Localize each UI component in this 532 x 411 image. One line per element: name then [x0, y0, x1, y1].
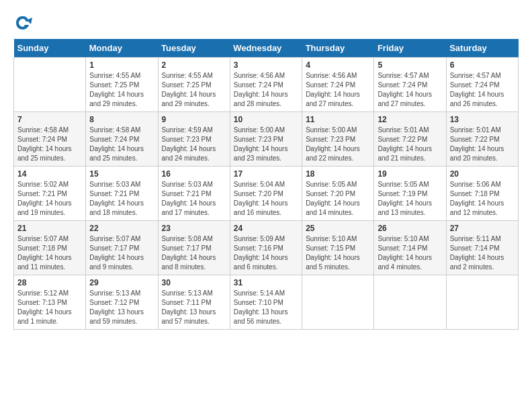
day-header-sunday: Sunday	[14, 39, 86, 58]
calendar-cell: 31Sunrise: 5:14 AM Sunset: 7:10 PM Dayli…	[230, 275, 302, 330]
logo-icon	[13, 13, 32, 32]
calendar-cell: 16Sunrise: 5:03 AM Sunset: 7:21 PM Dayli…	[158, 167, 230, 221]
cell-content: Sunrise: 5:07 AM Sunset: 7:17 PM Dayligh…	[89, 234, 154, 272]
cell-content: Sunrise: 5:03 AM Sunset: 7:21 PM Dayligh…	[162, 180, 226, 218]
cell-content: Sunrise: 5:11 AM Sunset: 7:14 PM Dayligh…	[450, 234, 515, 272]
day-number: 2	[162, 60, 226, 70]
day-number: 31	[234, 278, 298, 287]
cell-content: Sunrise: 5:00 AM Sunset: 7:23 PM Dayligh…	[234, 126, 298, 163]
cell-content: Sunrise: 4:57 AM Sunset: 7:24 PM Dayligh…	[378, 71, 442, 109]
cell-content: Sunrise: 5:09 AM Sunset: 7:16 PM Dayligh…	[234, 234, 298, 272]
calendar-cell: 17Sunrise: 5:04 AM Sunset: 7:20 PM Dayli…	[230, 167, 302, 221]
day-header-friday: Friday	[374, 39, 446, 58]
calendar-cell: 3Sunrise: 4:56 AM Sunset: 7:24 PM Daylig…	[230, 58, 302, 112]
cell-content: Sunrise: 5:05 AM Sunset: 7:20 PM Dayligh…	[306, 180, 370, 218]
calendar-cell: 10Sunrise: 5:00 AM Sunset: 7:23 PM Dayli…	[230, 112, 302, 167]
day-number: 12	[378, 115, 442, 124]
cell-content: Sunrise: 4:56 AM Sunset: 7:24 PM Dayligh…	[234, 71, 298, 109]
cell-content: Sunrise: 5:13 AM Sunset: 7:11 PM Dayligh…	[162, 289, 226, 326]
calendar-cell: 13Sunrise: 5:01 AM Sunset: 7:22 PM Dayli…	[446, 112, 518, 167]
calendar-cell: 1Sunrise: 4:55 AM Sunset: 7:25 PM Daylig…	[86, 58, 158, 112]
cell-content: Sunrise: 5:10 AM Sunset: 7:15 PM Dayligh…	[306, 234, 370, 272]
day-number: 23	[162, 224, 226, 233]
calendar-week-row: 21Sunrise: 5:07 AM Sunset: 7:18 PM Dayli…	[14, 221, 519, 275]
calendar-cell: 5Sunrise: 4:57 AM Sunset: 7:24 PM Daylig…	[374, 58, 446, 112]
cell-content: Sunrise: 5:06 AM Sunset: 7:18 PM Dayligh…	[450, 180, 515, 218]
calendar-cell: 26Sunrise: 5:10 AM Sunset: 7:14 PM Dayli…	[374, 221, 446, 275]
calendar-cell	[374, 275, 446, 330]
day-number: 18	[306, 169, 370, 179]
day-number: 4	[306, 60, 370, 70]
calendar-week-row: 14Sunrise: 5:02 AM Sunset: 7:21 PM Dayli…	[14, 167, 519, 221]
calendar-cell: 23Sunrise: 5:08 AM Sunset: 7:17 PM Dayli…	[158, 221, 230, 275]
day-number: 5	[378, 60, 442, 70]
day-number: 26	[378, 224, 442, 233]
cell-content: Sunrise: 5:04 AM Sunset: 7:20 PM Dayligh…	[234, 180, 298, 218]
calendar-cell	[14, 58, 86, 112]
day-number: 15	[89, 169, 154, 179]
day-number: 22	[89, 224, 154, 233]
calendar-cell	[302, 275, 374, 330]
day-number: 3	[234, 60, 298, 70]
calendar-cell: 18Sunrise: 5:05 AM Sunset: 7:20 PM Dayli…	[302, 167, 374, 221]
calendar-cell: 9Sunrise: 4:59 AM Sunset: 7:23 PM Daylig…	[158, 112, 230, 167]
cell-content: Sunrise: 4:56 AM Sunset: 7:24 PM Dayligh…	[306, 71, 370, 109]
cell-content: Sunrise: 5:01 AM Sunset: 7:22 PM Dayligh…	[450, 126, 515, 163]
day-number: 16	[162, 169, 226, 179]
cell-content: Sunrise: 5:08 AM Sunset: 7:17 PM Dayligh…	[162, 234, 226, 272]
calendar-cell: 12Sunrise: 5:01 AM Sunset: 7:22 PM Dayli…	[374, 112, 446, 167]
calendar-cell: 11Sunrise: 5:00 AM Sunset: 7:23 PM Dayli…	[302, 112, 374, 167]
day-header-wednesday: Wednesday	[230, 39, 302, 58]
cell-content: Sunrise: 4:58 AM Sunset: 7:24 PM Dayligh…	[17, 126, 82, 163]
day-number: 21	[17, 224, 82, 233]
day-number: 17	[234, 169, 298, 179]
cell-content: Sunrise: 5:03 AM Sunset: 7:21 PM Dayligh…	[89, 180, 154, 218]
day-number: 6	[450, 60, 515, 70]
calendar-cell	[446, 275, 518, 330]
cell-content: Sunrise: 4:55 AM Sunset: 7:25 PM Dayligh…	[162, 71, 226, 109]
cell-content: Sunrise: 5:00 AM Sunset: 7:23 PM Dayligh…	[306, 126, 370, 163]
day-number: 29	[89, 278, 154, 287]
calendar-cell: 8Sunrise: 4:58 AM Sunset: 7:24 PM Daylig…	[86, 112, 158, 167]
cell-content: Sunrise: 5:13 AM Sunset: 7:12 PM Dayligh…	[89, 289, 154, 326]
calendar-cell: 28Sunrise: 5:12 AM Sunset: 7:13 PM Dayli…	[14, 275, 86, 330]
cell-content: Sunrise: 4:57 AM Sunset: 7:24 PM Dayligh…	[450, 71, 515, 109]
day-number: 30	[162, 278, 226, 287]
cell-content: Sunrise: 5:05 AM Sunset: 7:19 PM Dayligh…	[378, 180, 442, 218]
calendar-cell: 7Sunrise: 4:58 AM Sunset: 7:24 PM Daylig…	[14, 112, 86, 167]
day-number: 25	[306, 224, 370, 233]
day-header-tuesday: Tuesday	[158, 39, 230, 58]
calendar-cell: 30Sunrise: 5:13 AM Sunset: 7:11 PM Dayli…	[158, 275, 230, 330]
day-number: 19	[378, 169, 442, 179]
day-number: 8	[89, 115, 154, 124]
calendar-cell: 27Sunrise: 5:11 AM Sunset: 7:14 PM Dayli…	[446, 221, 518, 275]
calendar-week-row: 7Sunrise: 4:58 AM Sunset: 7:24 PM Daylig…	[14, 112, 519, 167]
day-number: 7	[17, 115, 82, 124]
svg-marker-1	[27, 17, 32, 24]
cell-content: Sunrise: 4:59 AM Sunset: 7:23 PM Dayligh…	[162, 126, 226, 163]
day-number: 9	[162, 115, 226, 124]
cell-content: Sunrise: 5:07 AM Sunset: 7:18 PM Dayligh…	[17, 234, 82, 272]
calendar-cell: 6Sunrise: 4:57 AM Sunset: 7:24 PM Daylig…	[446, 58, 518, 112]
calendar-cell: 19Sunrise: 5:05 AM Sunset: 7:19 PM Dayli…	[374, 167, 446, 221]
day-number: 13	[450, 115, 515, 124]
cell-content: Sunrise: 4:58 AM Sunset: 7:24 PM Dayligh…	[89, 126, 154, 163]
calendar-cell: 14Sunrise: 5:02 AM Sunset: 7:21 PM Dayli…	[14, 167, 86, 221]
day-header-monday: Monday	[86, 39, 158, 58]
calendar-week-row: 28Sunrise: 5:12 AM Sunset: 7:13 PM Dayli…	[14, 275, 519, 330]
cell-content: Sunrise: 5:10 AM Sunset: 7:14 PM Dayligh…	[378, 234, 442, 272]
day-number: 20	[450, 169, 515, 179]
day-number: 11	[306, 115, 370, 124]
calendar-cell: 25Sunrise: 5:10 AM Sunset: 7:15 PM Dayli…	[302, 221, 374, 275]
calendar-cell: 21Sunrise: 5:07 AM Sunset: 7:18 PM Dayli…	[14, 221, 86, 275]
cell-content: Sunrise: 5:01 AM Sunset: 7:22 PM Dayligh…	[378, 126, 442, 163]
day-number: 24	[234, 224, 298, 233]
cell-content: Sunrise: 5:02 AM Sunset: 7:21 PM Dayligh…	[17, 180, 82, 218]
cell-content: Sunrise: 5:14 AM Sunset: 7:10 PM Dayligh…	[234, 289, 298, 326]
calendar-cell: 29Sunrise: 5:13 AM Sunset: 7:12 PM Dayli…	[86, 275, 158, 330]
day-number: 28	[17, 278, 82, 287]
calendar-table: SundayMondayTuesdayWednesdayThursdayFrid…	[13, 39, 519, 330]
day-number: 14	[17, 169, 82, 179]
calendar-header-row: SundayMondayTuesdayWednesdayThursdayFrid…	[14, 39, 519, 58]
day-header-saturday: Saturday	[446, 39, 518, 58]
